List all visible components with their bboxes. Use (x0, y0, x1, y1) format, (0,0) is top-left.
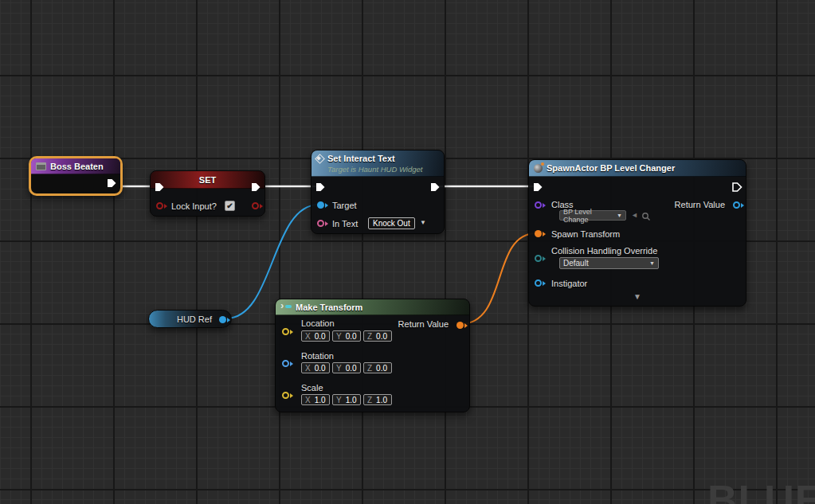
axis-label: X (305, 364, 311, 373)
instigator-pin[interactable] (535, 279, 542, 287)
node-subtitle: Target is Haunt HUD Widget (327, 164, 422, 175)
node-header[interactable]: SpawnActor BP Level Changer (529, 160, 746, 177)
rotation-y-field[interactable]: Y 0.0 (332, 362, 361, 373)
axis-value: 0.0 (346, 332, 357, 341)
lock-input-checkbox[interactable]: ✔ (225, 201, 235, 211)
spawn-transform-label: Spawn Transform (551, 229, 620, 239)
node-header[interactable]: SET (151, 171, 264, 189)
scale-y-field[interactable]: Y 1.0 (332, 394, 361, 405)
collision-dropdown-value: Default (563, 259, 589, 268)
exec-out-pin[interactable] (731, 182, 743, 193)
target-pin[interactable] (317, 201, 324, 209)
scale-label: Scale (301, 383, 323, 393)
struct-wire-transform-to-spawn[interactable] (460, 233, 536, 324)
bool-out-pin[interactable] (252, 202, 259, 209)
class-dropdown-value: BP Level Change (563, 208, 613, 224)
exec-out-pin[interactable] (106, 178, 117, 189)
axis-label: Z (367, 396, 372, 404)
class-dropdown[interactable]: BP Level Change ▼ (559, 210, 626, 221)
axis-label: Y (336, 396, 342, 404)
use-selected-asset-icon[interactable]: ◄ (631, 211, 638, 219)
exec-in-pin[interactable] (154, 182, 165, 193)
make-struct-icon (280, 303, 292, 311)
variable-name-label: HUD Ref (177, 315, 212, 324)
node-set-interact-text[interactable]: Set Interact Text Target is Haunt HUD Wi… (311, 150, 445, 234)
axis-value: 0.0 (346, 364, 357, 373)
location-z-field[interactable]: Z 0.0 (363, 330, 392, 342)
rotation-z-field[interactable]: Z 0.0 (363, 362, 392, 373)
blueprint-graph-canvas[interactable]: BLUEPRINT Boss Beaten SET Lock Input? ✔ (0, 0, 815, 504)
location-x-field[interactable]: X 0.0 (301, 330, 330, 342)
axis-value: 1.0 (315, 396, 326, 404)
node-title: Boss Beaten (50, 162, 104, 171)
axis-value: 0.0 (315, 364, 326, 373)
axis-value: 0.0 (376, 332, 387, 341)
return-value-pin[interactable] (733, 201, 740, 209)
dropdown-arrow-icon: ▼ (649, 260, 655, 266)
exec-out-pin[interactable] (250, 182, 261, 193)
axis-value: 1.0 (346, 396, 357, 404)
rotation-x-field[interactable]: X 0.0 (301, 362, 330, 373)
axis-label: Z (367, 332, 372, 341)
collision-handling-label: Collision Handling Override (551, 246, 657, 256)
node-title: Set Interact Text (327, 153, 422, 164)
node-expand-arrow[interactable]: ▼ (633, 292, 641, 301)
function-diamond-icon (315, 154, 325, 164)
class-pin[interactable] (535, 201, 542, 209)
node-header[interactable]: Boss Beaten (31, 158, 120, 174)
dropdown-arrow-icon: ▼ (617, 213, 622, 218)
node-title: SET (199, 175, 216, 185)
return-value-label: Return Value (398, 319, 449, 329)
scale-z-field[interactable]: Z 1.0 (363, 394, 392, 405)
node-boss-beaten[interactable]: Boss Beaten (29, 156, 123, 196)
axis-label: Y (336, 332, 342, 341)
node-title: SpawnActor BP Level Changer (547, 163, 675, 173)
exec-out-pin[interactable] (429, 182, 441, 193)
node-spawnactor-bp-level-changer[interactable]: SpawnActor BP Level Changer Class BP Lev… (528, 159, 746, 307)
axis-label: X (305, 396, 311, 404)
scale-x-field[interactable]: X 1.0 (301, 394, 330, 405)
exec-in-pin[interactable] (315, 182, 326, 193)
target-label: Target (332, 201, 357, 210)
scale-pin[interactable] (282, 392, 289, 399)
node-make-transform[interactable]: Make Transform Return Value Location X 0… (275, 299, 470, 412)
location-pin[interactable] (282, 328, 289, 335)
axis-value: 0.0 (315, 332, 326, 341)
in-text-pin[interactable] (317, 220, 324, 227)
node-title: Make Transform (296, 303, 362, 312)
collision-handling-pin[interactable] (535, 255, 542, 262)
spawn-actor-icon (534, 164, 543, 173)
axis-label: Z (367, 364, 372, 373)
axis-value: 1.0 (376, 396, 387, 404)
bool-in-pin[interactable] (156, 202, 163, 209)
location-label: Location (301, 318, 335, 328)
hud-ref-out-pin[interactable] (219, 316, 226, 323)
in-text-dropdown-arrow[interactable]: ▼ (420, 219, 426, 226)
instigator-label: Instigator (551, 279, 587, 288)
location-y-field[interactable]: Y 0.0 (332, 330, 361, 342)
axis-label: X (305, 332, 311, 341)
lock-input-label: Lock Input? (171, 201, 217, 211)
exec-in-pin[interactable] (532, 182, 543, 193)
browse-asset-icon[interactable] (641, 210, 651, 225)
in-text-field[interactable]: Knock Out (368, 217, 415, 229)
node-hud-ref-getter[interactable]: HUD Ref (148, 310, 232, 328)
node-header[interactable]: Make Transform (276, 299, 469, 315)
return-value-pin[interactable] (456, 322, 464, 329)
node-set-lock-input[interactable]: SET Lock Input? ✔ (150, 170, 265, 217)
collision-handling-dropdown[interactable]: Default ▼ (559, 257, 659, 269)
axis-label: Y (336, 364, 342, 373)
in-text-label: In Text (332, 219, 358, 229)
return-value-label: Return Value (675, 200, 725, 209)
rotation-label: Rotation (301, 351, 334, 361)
rotation-pin[interactable] (282, 360, 289, 367)
spawn-transform-pin[interactable] (535, 230, 542, 237)
checkmark-icon: ✔ (226, 201, 233, 210)
axis-value: 0.0 (376, 364, 387, 373)
collapsed-graph-icon (36, 162, 46, 170)
node-header[interactable]: Set Interact Text Target is Haunt HUD Wi… (312, 150, 444, 177)
